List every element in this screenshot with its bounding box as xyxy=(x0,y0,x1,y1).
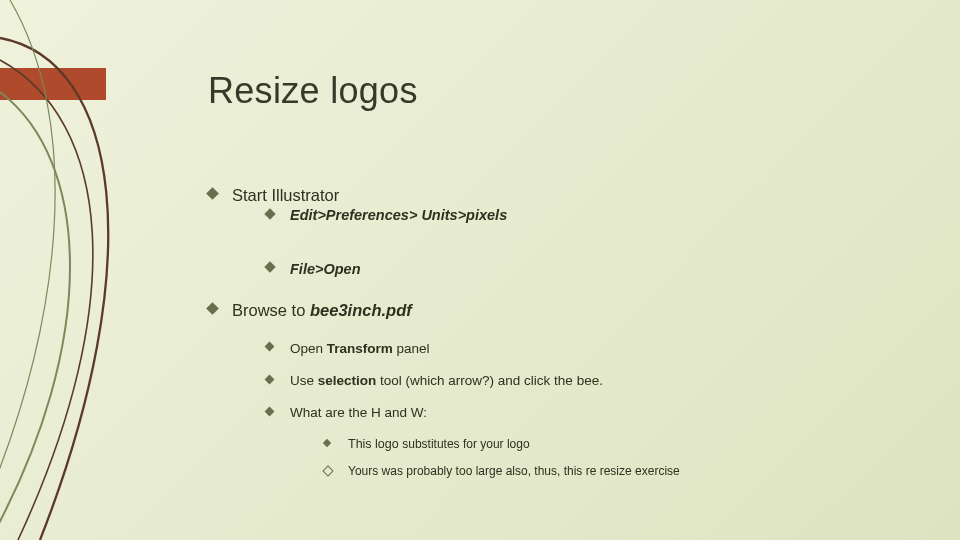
text: Yours was probably too large also, thus,… xyxy=(348,464,680,478)
bullet-start-illustrator: Start Illustrator Edit>Preferences> Unit… xyxy=(208,184,680,279)
bullet-browse: Browse to bee3inch.pdf Open Transform pa… xyxy=(208,299,680,480)
svg-rect-0 xyxy=(0,68,106,100)
slide-content: Resize logos Start Illustrator Edit>Pref… xyxy=(208,70,680,500)
text-pre: This logo xyxy=(348,437,402,451)
text-pre: Open xyxy=(290,341,327,356)
bullet-yours-large: Yours was probably too large also, thus,… xyxy=(324,463,680,480)
bullet-substitutes: This logo substitutes for your logo xyxy=(324,436,680,453)
text: File>Open xyxy=(290,261,361,277)
text: Start Illustrator xyxy=(232,186,339,204)
bullet-use-selection: Use selection tool (which arrow?) and cl… xyxy=(266,372,680,390)
text: Edit>Preferences> Units>pixels xyxy=(290,207,507,223)
text-post: substitutes for your logo xyxy=(402,437,529,451)
text-pre: Browse to xyxy=(232,301,310,319)
bullet-open-transform: Open Transform panel xyxy=(266,340,680,358)
text-post: tool (which arrow?) and click the bee. xyxy=(376,373,603,388)
bullet-file-open: File>Open xyxy=(266,260,680,280)
text: What are the H and W: xyxy=(290,405,427,420)
bullet-list: Start Illustrator Edit>Preferences> Unit… xyxy=(208,184,680,480)
text-pre: Use xyxy=(290,373,318,388)
text-bold: Transform xyxy=(327,341,393,356)
bullet-hw: What are the H and W: This logo substitu… xyxy=(266,404,680,480)
text-filename: bee3inch.pdf xyxy=(310,301,412,319)
text-post: panel xyxy=(393,341,430,356)
slide-title: Resize logos xyxy=(208,70,680,112)
text-bold: selection xyxy=(318,373,377,388)
bullet-edit-preferences: Edit>Preferences> Units>pixels xyxy=(266,206,680,226)
